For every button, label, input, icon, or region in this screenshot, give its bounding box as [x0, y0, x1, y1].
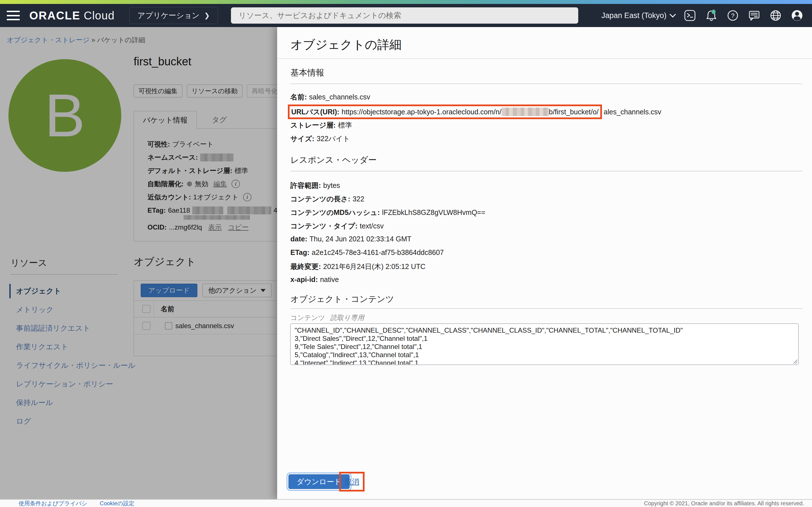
cloud-shell-icon[interactable]: [683, 9, 696, 22]
size-row: サイズ: 322バイト: [290, 134, 350, 144]
response-headers-divider: [290, 171, 802, 171]
header-content-length-row: コンテンツの長さ:322: [290, 194, 364, 204]
logo-cloud: Cloud: [84, 9, 115, 22]
header-date-row: date:Thu, 24 Jun 2021 02:33:14 GMT: [290, 235, 411, 243]
url-suffix: ales_channels.csv: [604, 108, 661, 116]
csv-content-textarea[interactable]: "CHANNEL_ID","CHANNEL_DESC","CHANNEL_CLA…: [290, 323, 799, 365]
contents-label-row: コンテンツ 読取り専用: [290, 313, 364, 322]
csv-content-container: "CHANNEL_ID","CHANNEL_DESC","CHANNEL_CLA…: [290, 323, 799, 365]
header-accept-ranges-row: 許容範囲:bytes: [290, 181, 340, 190]
language-globe-icon[interactable]: [769, 9, 782, 22]
hamburger-menu-icon[interactable]: [7, 11, 20, 20]
header-x-api-id-row: x-api-id:native: [290, 276, 339, 284]
logo-oracle: ORACLE: [29, 9, 80, 22]
header-last-modified-row: 最終変更:2021年6月24日(木) 2:05:12 UTC: [290, 262, 425, 271]
header-content-type-row: コンテンツ・タイプ:text/csv: [290, 221, 384, 231]
chevron-right-icon: ❯: [204, 11, 210, 19]
cancel-link[interactable]: 取消: [345, 477, 359, 487]
object-contents-divider: [290, 308, 802, 309]
page-footer: 使用条件およびプライバシ Cookieの設定 Copyright © 2021,…: [0, 499, 812, 507]
applications-nav-button[interactable]: アプリケーション ❯: [130, 7, 218, 24]
panel-title: オブジェクトの詳細: [290, 37, 402, 53]
readonly-label: 読取り専用: [330, 313, 364, 322]
url-highlight-red-box: URLパス(URI): https://objectstorage.ap-tok…: [288, 105, 602, 119]
header-right-controls: Japan East (Tokyo) ?: [601, 9, 812, 22]
url-path-row: URLパス(URI): https://objectstorage.ap-tok…: [288, 105, 661, 119]
terms-privacy-link[interactable]: 使用条件およびプライバシ: [18, 500, 87, 507]
brand-gradient-strip: [0, 0, 812, 4]
resize-grip-icon[interactable]: [792, 358, 798, 364]
oracle-cloud-logo[interactable]: ORACLE Cloud: [29, 9, 115, 22]
chevron-down-icon: [670, 11, 676, 18]
search-input[interactable]: [231, 7, 578, 24]
user-profile-icon[interactable]: [791, 9, 804, 22]
url-bucket-path: b/first_bucket/o/: [549, 108, 599, 116]
copyright-text: Copyright © 2021, Oracle and/or its affi…: [644, 500, 804, 507]
svg-text:?: ?: [731, 12, 734, 19]
object-details-panel: オブジェクトの詳細 基本情報 名前: sales_channels.csv UR…: [277, 27, 812, 499]
basic-info-divider: [290, 83, 802, 84]
storage-tier-row: ストレージ層: 標準: [290, 121, 352, 130]
header-content-md5-row: コンテンツのMD5ハッシュ:lFZEbkLhS8GZ8gVLW8HvmQ==: [290, 208, 485, 217]
help-icon[interactable]: ?: [726, 9, 739, 22]
top-navigation-bar: ORACLE Cloud アプリケーション ❯ Japan East (Toky…: [0, 0, 812, 27]
panel-title-divider: [277, 58, 812, 59]
header-etag-row: ETag:a2e1c245-78e3-4161-af75-b3864ddc860…: [290, 248, 444, 257]
object-name-row: 名前: sales_channels.csv: [290, 93, 370, 102]
oracle-cloud-console: ORACLE Cloud アプリケーション ❯ Japan East (Toky…: [0, 0, 812, 507]
url-prefix: https://objectstorage.ap-tokyo-1.oraclec…: [342, 108, 502, 116]
cookie-settings-link[interactable]: Cookieの設定: [100, 500, 135, 507]
url-namespace-redacted: [502, 108, 549, 116]
response-headers-heading: レスポンス・ヘッダー: [290, 154, 377, 166]
notifications-bell-icon[interactable]: [705, 9, 718, 22]
object-contents-heading: オブジェクト・コンテンツ: [290, 293, 394, 305]
cancel-highlight-red-box: 取消: [339, 472, 364, 492]
basic-info-heading: 基本情報: [290, 67, 324, 78]
feedback-chat-icon[interactable]: [748, 9, 761, 22]
region-selector[interactable]: Japan East (Tokyo): [601, 11, 675, 20]
